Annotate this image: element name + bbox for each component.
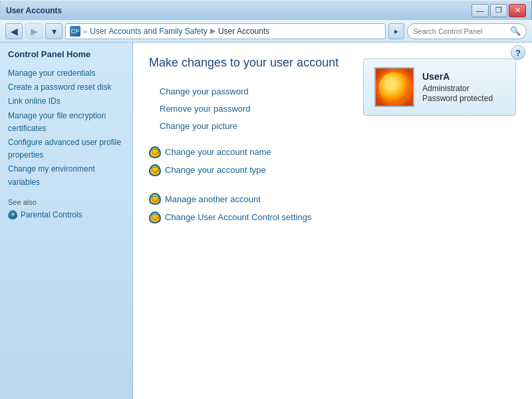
- sidebar-link-online-ids[interactable]: Link online IDs: [8, 95, 124, 108]
- sidebar-title[interactable]: Control Panel Home: [8, 49, 124, 59]
- back-button[interactable]: ◀: [5, 23, 23, 39]
- see-also-label: See also: [8, 198, 124, 206]
- user-name: UserA: [422, 71, 505, 82]
- refresh-button[interactable]: ▸: [388, 23, 404, 39]
- sidebar-link-encryption[interactable]: Manage your file encryption certificates: [8, 110, 124, 135]
- help-button[interactable]: ?: [511, 45, 525, 60]
- shield-icon-2: [149, 164, 161, 176]
- control-panel-icon: CP: [70, 26, 80, 37]
- window-controls: — ❐ ✕: [471, 4, 526, 17]
- search-input[interactable]: [413, 27, 507, 35]
- change-account-type-link[interactable]: Change your account type: [149, 162, 516, 178]
- sidebar-link-reset-disk[interactable]: Create a password reset disk: [8, 81, 124, 94]
- search-icon[interactable]: 🔍: [510, 26, 521, 36]
- recent-button[interactable]: ▾: [45, 23, 63, 39]
- sidebar: Control Panel Home Manage your credentia…: [0, 43, 133, 399]
- shield-icon-parental: ★: [8, 210, 17, 219]
- shield-links-section1: Change your account name Change your acc…: [149, 144, 516, 178]
- shield-icon-3: [149, 193, 161, 205]
- window-title: User Accounts: [6, 6, 62, 15]
- breadcrumb-sep2: ▶: [210, 27, 215, 35]
- shield-icon-4: [149, 211, 161, 223]
- address-bar: ◀ ▶ ▾ CP » User Accounts and Family Safe…: [0, 20, 532, 43]
- minimize-button[interactable]: —: [471, 4, 489, 17]
- main-container: Control Panel Home Manage your credentia…: [0, 43, 532, 399]
- sidebar-link-credentials[interactable]: Manage your credentials: [8, 67, 124, 80]
- user-role: Administrator: [422, 84, 505, 93]
- breadcrumb-link1[interactable]: User Accounts and Family Safety: [90, 27, 207, 36]
- manage-another-account-link[interactable]: Manage another account: [149, 192, 516, 207]
- parental-controls-link[interactable]: ★ Parental Controls: [8, 210, 124, 219]
- change-account-name-link[interactable]: Change your account name: [149, 144, 516, 160]
- user-status: Password protected: [422, 94, 505, 103]
- shield-links-section2: Manage another account Change User Accou…: [149, 192, 516, 225]
- breadcrumb-bar: CP » User Accounts and Family Safety ▶ U…: [65, 23, 386, 39]
- sidebar-link-advanced-profile[interactable]: Configure advanced user profile properti…: [8, 136, 124, 162]
- content-area: UserA Administrator Password protected M…: [133, 43, 532, 399]
- breadcrumb-sep1: »: [83, 27, 87, 35]
- breadcrumb-current: User Accounts: [218, 27, 269, 36]
- user-avatar: [374, 67, 414, 107]
- search-bar: 🔍: [407, 23, 527, 39]
- change-uac-settings-link[interactable]: Change User Account Control settings: [149, 209, 516, 225]
- forward-button[interactable]: ▶: [25, 23, 43, 39]
- title-bar: User Accounts — ❐ ✕: [0, 0, 532, 20]
- change-picture-link[interactable]: Change your picture: [149, 118, 516, 135]
- close-button[interactable]: ✕: [509, 4, 526, 17]
- avatar-image: [376, 68, 413, 106]
- maximize-button[interactable]: ❐: [490, 4, 507, 17]
- shield-icon-1: [149, 146, 161, 158]
- sidebar-link-environment[interactable]: Change my environment variables: [8, 163, 124, 188]
- user-card: UserA Administrator Password protected: [363, 59, 516, 116]
- user-info: UserA Administrator Password protected: [422, 71, 505, 103]
